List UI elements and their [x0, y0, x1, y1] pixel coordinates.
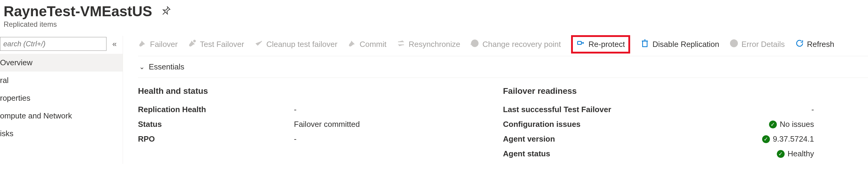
toolbar-commit-button[interactable]: Commit — [348, 39, 386, 50]
toolbar-label: Disable Replication — [652, 40, 719, 49]
sidebar-item-4[interactable]: isks — [0, 125, 123, 142]
health-key: RPO — [138, 134, 294, 144]
readiness-key: Configuration issues — [503, 120, 769, 129]
svg-rect-4 — [734, 41, 735, 44]
toolbar-label: Error Details — [741, 40, 785, 49]
health-row: RPO- — [138, 134, 485, 144]
toolbar-error-details-button[interactable]: Error Details — [730, 39, 785, 50]
readiness-key: Agent version — [503, 134, 762, 144]
page-header: RayneTest-VMEastUS Replicated items — [0, 0, 868, 30]
readiness-row: Configuration issues✓No issues — [503, 120, 850, 129]
readiness-value: ✓No issues — [769, 120, 814, 129]
resync-icon — [397, 39, 405, 50]
health-row: StatusFailover committed — [138, 120, 485, 129]
health-section: Health and status Replication Health-Sta… — [138, 86, 503, 164]
readiness-row: Last successful Test Failover- — [503, 105, 850, 114]
readiness-value: ✓Healthy — [777, 149, 814, 158]
health-key: Status — [138, 120, 294, 129]
readiness-value-text: No issues — [780, 120, 814, 129]
breadcrumb: Replicated items — [4, 20, 868, 29]
success-icon: ✓ — [762, 135, 770, 143]
page-title: RayneTest-VMEastUS — [4, 3, 152, 20]
readiness-value: - — [811, 105, 814, 114]
sidebar-item-1[interactable]: ral — [0, 72, 123, 89]
sidebar-item-0[interactable]: Overview — [0, 54, 123, 72]
readiness-key: Last successful Test Failover — [503, 105, 811, 114]
reprotect-icon — [577, 39, 586, 50]
success-icon: ✓ — [769, 120, 777, 128]
toolbar-label: Commit — [360, 40, 386, 49]
readiness-row: Agent status✓Healthy — [503, 149, 850, 158]
recovery-point-icon — [470, 39, 479, 50]
toolbar-reprotect-button[interactable]: Re-protect — [571, 35, 630, 54]
readiness-section: Failover readiness Last successful Test … — [503, 86, 868, 164]
chevron-down-icon: ⌄ — [139, 63, 145, 71]
health-row: Replication Health- — [138, 105, 485, 114]
health-key: Replication Health — [138, 105, 294, 114]
failover-icon — [138, 39, 147, 50]
success-icon: ✓ — [777, 150, 785, 158]
toolbar-test-failover-button[interactable]: Test Failover — [188, 39, 244, 50]
toolbar-label: Change recovery point — [482, 40, 561, 49]
content-area: FailoverTest FailoverCleanup test failov… — [123, 36, 868, 164]
toolbar-label: Resynchronize — [408, 40, 460, 49]
readiness-value-text: - — [811, 105, 814, 114]
error-details-icon — [730, 39, 738, 50]
commit-icon — [348, 39, 356, 50]
essentials-label: Essentials — [149, 62, 184, 72]
toolbar-disable-replication-button[interactable]: Disable Replication — [640, 39, 719, 50]
essentials-toggle[interactable]: ⌄ Essentials — [138, 56, 868, 78]
readiness-row: Agent version✓9.37.5724.1 — [503, 134, 850, 144]
sidebar-collapse-icon[interactable]: « — [113, 39, 120, 49]
readiness-value-text: Healthy — [787, 149, 814, 158]
disable-replication-icon — [640, 39, 649, 50]
readiness-title: Failover readiness — [503, 86, 850, 96]
svg-point-0 — [193, 40, 196, 43]
toolbar-label: Cleanup test failover — [266, 40, 337, 49]
readiness-value: ✓9.37.5724.1 — [762, 134, 814, 144]
cleanup-icon — [254, 39, 264, 50]
readiness-key: Agent status — [503, 149, 777, 158]
command-bar: FailoverTest FailoverCleanup test failov… — [138, 36, 868, 56]
search-input[interactable] — [0, 37, 106, 51]
refresh-icon — [795, 39, 804, 50]
toolbar-label: Test Failover — [200, 40, 244, 49]
svg-rect-5 — [734, 45, 735, 46]
toolbar-label: Refresh — [807, 40, 834, 49]
health-value: - — [294, 134, 297, 144]
test-failover-icon — [188, 39, 197, 50]
readiness-value-text: 9.37.5724.1 — [773, 134, 814, 144]
sidebar: « Overviewralropertiesompute and Network… — [0, 36, 123, 164]
pin-icon[interactable] — [161, 5, 171, 18]
toolbar-failover-button[interactable]: Failover — [138, 39, 178, 50]
toolbar-label: Failover — [150, 40, 178, 49]
health-value: Failover committed — [294, 120, 360, 129]
health-value: - — [294, 105, 297, 114]
toolbar-refresh-button[interactable]: Refresh — [795, 39, 834, 50]
sidebar-item-3[interactable]: ompute and Network — [0, 107, 123, 125]
sidebar-item-2[interactable]: roperties — [0, 89, 123, 107]
svg-rect-2 — [578, 42, 582, 45]
toolbar-cleanup-button[interactable]: Cleanup test failover — [254, 39, 337, 50]
health-title: Health and status — [138, 86, 485, 96]
toolbar-recovery-point-button[interactable]: Change recovery point — [470, 39, 561, 50]
toolbar-label: Re-protect — [588, 40, 625, 49]
toolbar-resync-button[interactable]: Resynchronize — [397, 39, 460, 50]
